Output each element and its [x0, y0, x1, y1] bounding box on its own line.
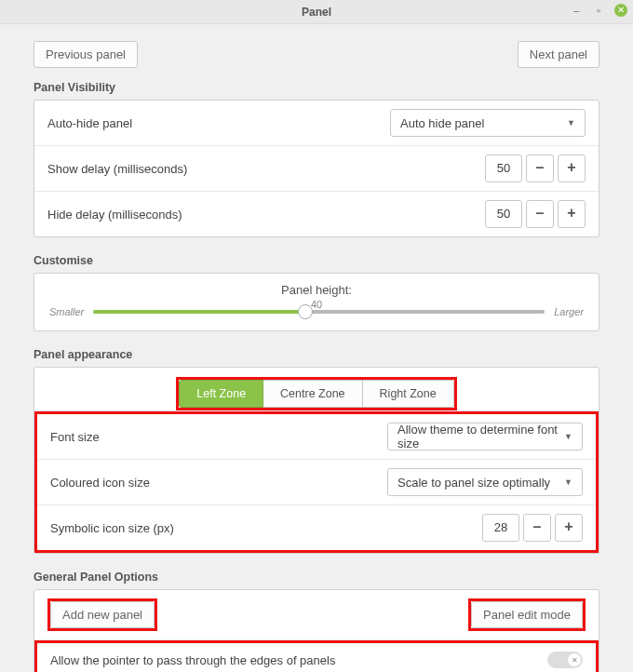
highlight-pointer-row: Allow the pointer to pass through the ed… [34, 640, 599, 672]
autohide-dropdown-value: Auto hide panel [400, 116, 484, 130]
coloured-icon-label: Coloured icon size [50, 476, 150, 490]
window-controls: – ▫ ✕ [570, 4, 627, 17]
tab-left-zone[interactable]: Left Zone [179, 380, 263, 408]
section-visibility-title: Panel Visibility [34, 81, 599, 94]
hide-delay-spinner: 50 – + [485, 200, 586, 228]
font-size-dropdown[interactable]: Allow theme to determine font size ▼ [387, 423, 583, 450]
customise-box: Panel height: 40 Smaller Larger [34, 273, 599, 331]
pointer-pass-toggle[interactable]: ✕ [547, 652, 583, 668]
autohide-dropdown[interactable]: Auto hide panel ▼ [390, 109, 586, 137]
titlebar: Panel – ▫ ✕ [0, 0, 633, 24]
chevron-down-icon: ▼ [567, 118, 575, 128]
font-size-row: Font size Allow theme to determine font … [37, 414, 596, 460]
close-button[interactable]: ✕ [614, 4, 627, 17]
highlight-edit-mode: Panel edit mode [468, 598, 586, 631]
show-delay-value[interactable]: 50 [485, 155, 522, 182]
next-panel-button[interactable]: Next panel [518, 41, 599, 68]
hide-delay-increase-button[interactable]: + [558, 200, 586, 228]
hide-delay-label: Hide delay (milliseconds) [47, 208, 182, 222]
section-general-title: General Panel Options [34, 571, 599, 584]
font-size-label: Font size [50, 430, 100, 444]
slider-thumb[interactable] [298, 304, 313, 319]
top-nav-buttons: Previous panel Next panel [34, 41, 599, 68]
symbolic-icon-label: Symbolic icon size (px) [50, 521, 174, 535]
panel-edit-mode-button[interactable]: Panel edit mode [471, 601, 583, 628]
autohide-label: Auto-hide panel [47, 116, 132, 130]
content-area: Previous panel Next panel Panel Visibili… [0, 24, 633, 672]
symbolic-icon-decrease-button[interactable]: – [523, 514, 551, 542]
coloured-icon-dropdown-value: Scale to panel size optimally [397, 476, 550, 490]
previous-panel-button[interactable]: Previous panel [34, 41, 138, 68]
slider-fill [93, 310, 305, 314]
pointer-pass-label: Allow the pointer to pass through the ed… [50, 653, 335, 667]
symbolic-icon-row: Symbolic icon size (px) 28 – + [37, 505, 596, 550]
general-buttons-row: Add new panel Panel edit mode [34, 590, 599, 640]
appearance-box: Left Zone Centre Zone Right Zone Font si… [34, 367, 599, 554]
add-new-panel-button[interactable]: Add new panel [50, 601, 155, 628]
section-customise-title: Customise [34, 254, 599, 267]
visibility-box: Auto-hide panel Auto hide panel ▼ Show d… [34, 100, 599, 237]
symbolic-icon-increase-button[interactable]: + [555, 514, 583, 542]
panel-height-label: Panel height: [49, 283, 584, 297]
hide-delay-decrease-button[interactable]: – [526, 200, 554, 228]
pointer-pass-row: Allow the pointer to pass through the ed… [37, 643, 596, 672]
general-box: Add new panel Panel edit mode Allow the … [34, 589, 599, 672]
panel-height-slider[interactable] [93, 310, 545, 314]
zone-tabs: Left Zone Centre Zone Right Zone [179, 380, 453, 408]
minimize-button[interactable]: – [570, 4, 583, 17]
show-delay-decrease-button[interactable]: – [526, 155, 554, 182]
show-delay-label: Show delay (milliseconds) [47, 162, 187, 176]
hide-delay-value[interactable]: 50 [485, 200, 522, 228]
tab-right-zone[interactable]: Right Zone [363, 380, 454, 408]
zone-tabs-wrap: Left Zone Centre Zone Right Zone [34, 368, 599, 411]
highlight-appearance-rows: Font size Allow theme to determine font … [34, 411, 599, 553]
chevron-down-icon: ▼ [564, 432, 572, 441]
autohide-row: Auto-hide panel Auto hide panel ▼ [34, 101, 599, 146]
symbolic-icon-spinner: 28 – + [482, 514, 583, 542]
symbolic-icon-value[interactable]: 28 [482, 514, 519, 542]
tab-centre-zone[interactable]: Centre Zone [263, 380, 362, 408]
toggle-thumb: ✕ [568, 653, 581, 666]
show-delay-row: Show delay (milliseconds) 50 – + [34, 146, 599, 192]
chevron-down-icon: ▼ [564, 477, 572, 487]
font-size-dropdown-value: Allow theme to determine font size [397, 423, 564, 450]
show-delay-increase-button[interactable]: + [558, 155, 586, 182]
slider-larger-label: Larger [554, 306, 584, 317]
hide-delay-row: Hide delay (milliseconds) 50 – + [34, 192, 599, 236]
panel-height-slider-box: Panel height: 40 Smaller Larger [34, 274, 599, 330]
coloured-icon-row: Coloured icon size Scale to panel size o… [37, 460, 596, 505]
coloured-icon-dropdown[interactable]: Scale to panel size optimally ▼ [387, 468, 583, 496]
section-appearance-title: Panel appearance [34, 348, 599, 361]
highlight-add-panel: Add new panel [47, 598, 157, 631]
maximize-button[interactable]: ▫ [592, 4, 605, 17]
window-title: Panel [302, 6, 331, 19]
show-delay-spinner: 50 – + [485, 155, 586, 182]
highlight-tabs: Left Zone Centre Zone Right Zone [176, 377, 456, 410]
slider-smaller-label: Smaller [49, 306, 84, 317]
